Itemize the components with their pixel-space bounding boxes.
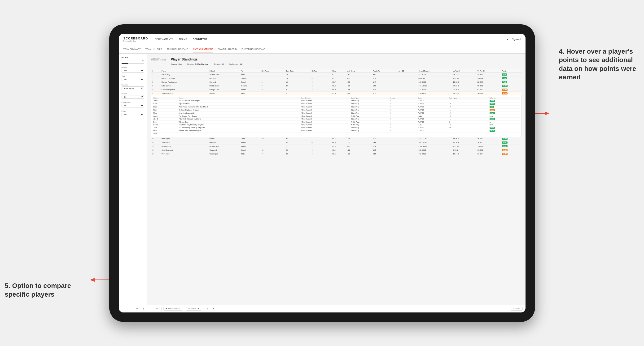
avg-sg-cell <box>398 72 418 76</box>
player-cell[interactable]: Cole Sherwood <box>160 148 208 152</box>
conf-rank-cell: 27 <box>285 84 310 88</box>
table-row: 4 Luke Clanton Florida State Second 5 27… <box>151 84 522 88</box>
avg-sg-cell <box>398 84 418 88</box>
yr-cell: First <box>240 72 261 76</box>
no-rds-cell: 0 <box>311 76 332 80</box>
avg-to-par-cell: 1.98 <box>372 84 398 88</box>
sidebar: No Rds. 4 52 Gender Men Yea <box>119 54 147 305</box>
adj-score-cell: -2.7 <box>346 76 372 80</box>
overall-cell: 547-142-38 <box>418 84 452 88</box>
yr-cell: Fourth <box>240 80 261 84</box>
player-cell[interactable]: Michael Thorbjornsen <box>160 80 208 84</box>
settings-btn[interactable]: ⚙ <box>205 307 210 310</box>
player-cell[interactable]: Jackson Kohon <box>160 91 208 95</box>
points-cell[interactable]: 79.3 <box>501 76 522 80</box>
th-vs-top50: Vs Top 50 <box>476 69 501 73</box>
gender-filter: Gender: Men <box>171 63 182 65</box>
share-btn[interactable]: ↗ Share <box>510 307 522 311</box>
player-cell[interactable]: Wenyi Ding <box>160 72 208 76</box>
sub-nav-player-h2h-heatmap[interactable]: PLAYER H2H HEATMAP <box>242 46 265 52</box>
yr-cell: First <box>240 91 261 95</box>
school-cell: Auburn <box>208 91 240 95</box>
division-filter: Division: NCAA Division I <box>187 63 210 65</box>
no-rds-min: 4 <box>122 60 122 62</box>
player-cell[interactable]: Luke Clanton <box>160 84 208 88</box>
th-school: School <box>208 69 240 73</box>
tooltip-data-row: Terfc <box>152 132 520 135</box>
points-cell[interactable]: 89.2 <box>501 72 522 76</box>
player-cell[interactable]: Bastien Amat <box>160 144 208 148</box>
vs-top25-cell: 12-10-0 <box>452 80 476 84</box>
wins-cell: 67.1 <box>331 76 346 80</box>
back-btn[interactable]: ← <box>122 307 126 310</box>
conference-section: Conference (All) <box>122 102 144 107</box>
division-select[interactable]: NCAA Division I <box>122 86 144 90</box>
copy-btn[interactable]: ⊞ <box>141 307 146 310</box>
nav-tournaments[interactable]: TOURNAMENTS <box>155 37 173 42</box>
player-cell[interactable]: Christo Lamprecht <box>160 88 208 91</box>
player-cell[interactable]: Ian Gilligan <box>160 137 208 141</box>
view-original-btn[interactable]: 👁 View: Original <box>164 307 182 311</box>
region-select[interactable]: N/A <box>122 95 144 99</box>
player-section: Player (All) <box>122 110 144 116</box>
avg-to-par-cell: 3.10 <box>372 76 398 80</box>
tooltip-data-row: Jake IThe Cypress Point ClassicNCAA Divi… <box>152 115 520 117</box>
tt-event-type: Event Type <box>350 97 388 99</box>
tooltip-data-row: Luke ISEC Match Play hosted by Jerry Pat… <box>152 123 520 126</box>
tablet-screen: SCOREBOARD Powered by clippi TOURNAMENTS… <box>119 34 526 313</box>
sub-nav-player-h2h-grid[interactable]: PLAYER H2H GRID <box>218 46 237 52</box>
avg-to-par-cell: 2.34 <box>372 88 398 91</box>
slider-track[interactable] <box>122 63 144 64</box>
reg-rank-cell: 2 <box>261 88 285 91</box>
table-row: 2 Michael La Sasso Ole Miss Second 1 18 … <box>151 76 522 80</box>
points-cell[interactable]: 66.94 <box>501 84 522 88</box>
clock-btn[interactable]: ⏱ <box>155 307 160 310</box>
forward-btn[interactable]: → <box>128 307 133 310</box>
watch-label: Watch <box>191 308 196 310</box>
adj-score-cell: -2.0 <box>346 91 372 95</box>
points-cell[interactable]: 58.18 <box>501 91 522 95</box>
rank-cell: 3 <box>151 80 160 84</box>
no-rds-max: 52 <box>142 60 144 62</box>
conference-select[interactable]: (All) <box>122 104 144 107</box>
player-cell[interactable]: Michael La Sasso <box>160 76 208 80</box>
watch-btn[interactable]: 👁 Watch ▼ <box>186 307 201 311</box>
player-cell[interactable]: Petr Hruby <box>160 152 208 156</box>
school-cell: Arizona State <box>208 72 240 76</box>
rank-cell: 1 <box>151 72 160 76</box>
gender-select[interactable]: Men <box>122 69 144 72</box>
player-select[interactable]: (All) <box>122 113 144 116</box>
sign-out-link[interactable]: Sign out <box>512 38 521 41</box>
gender-label: Gender <box>122 67 144 68</box>
nav-separator: • | <box>507 38 509 41</box>
overall-cell: 674-33-12 <box>418 91 452 95</box>
sub-nav-team-h2h-grid[interactable]: TEAM H2H GRID <box>146 46 162 52</box>
annotation-right-text: Hover over a player's points to see addi… <box>559 48 636 81</box>
avg-sg-cell <box>398 76 418 80</box>
tooltip-data-row: DavidWilliams CupNCAA Division IMatch Pl… <box>152 120 520 123</box>
dash-btn[interactable]: —· <box>148 307 153 310</box>
sub-nav-team-h2h-heatmap[interactable]: TEAM H2H HEATMAP <box>167 46 188 52</box>
nav-committee[interactable]: COMMITTEE <box>193 37 207 42</box>
tooltip-data-row: PitchSouthern Highlands CollegiateNCAA D… <box>152 108 520 112</box>
points-cell[interactable]: 60.49 <box>501 88 522 91</box>
sub-nav-player-summary[interactable]: PLAYER SUMMARY <box>193 46 213 52</box>
tt-w-points: W Points <box>488 97 520 99</box>
vs-top25-cell: 27-10-2 <box>452 88 476 91</box>
share-icon: ↗ <box>513 308 514 310</box>
nav-teams[interactable]: TEAMS <box>179 37 187 42</box>
points-cell[interactable]: 70.2 <box>501 80 522 84</box>
annotation-left: 5. Option to compare specific players <box>5 282 85 299</box>
overall-cell: 208-09-13 <box>418 80 452 84</box>
year-select[interactable]: (All) <box>122 78 144 81</box>
player-cell[interactable]: Jack Lundin <box>160 141 208 144</box>
table-row: 23 Jack Lundin MissouriFourth1124068.5-0… <box>151 141 522 144</box>
avg-to-par-cell: 1.47 <box>372 80 398 84</box>
sub-nav: TEAM SUMMARY TEAM H2H GRID TEAM H2H HEAT… <box>119 45 526 54</box>
no-rds-cell: 1 <box>311 72 332 76</box>
refresh-btn[interactable]: ↺ <box>135 307 139 310</box>
sub-nav-team-summary[interactable]: TEAM SUMMARY <box>124 46 141 52</box>
avg-sg-cell <box>398 91 418 95</box>
standings-table: # Player School Yr Reg Rank Conf Rank No… <box>151 69 522 156</box>
info-btn[interactable]: ℹ <box>212 307 215 310</box>
